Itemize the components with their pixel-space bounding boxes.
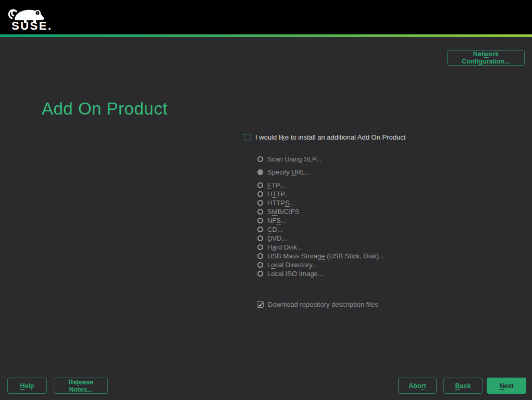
back-button[interactable]: Back xyxy=(443,378,482,394)
radio-option-local-directory[interactable]: Local Directory... xyxy=(257,260,385,269)
radio-icon xyxy=(257,227,263,232)
addon-enable-row: I would like to install an additional Ad… xyxy=(244,133,405,141)
suse-logo: SUSE. xyxy=(7,3,54,33)
release-notes-button[interactable]: Release Notes... xyxy=(54,378,108,394)
header-accent-bar xyxy=(0,34,532,37)
radio-icon xyxy=(257,262,263,268)
radio-option-hard-disk[interactable]: Hard Disk... xyxy=(257,243,385,252)
media-type-radio-group: Scan Using SLP... Specify URL... FTP... … xyxy=(257,155,385,278)
addon-enable-checkbox[interactable] xyxy=(244,134,251,141)
radio-icon xyxy=(257,244,263,250)
abort-button[interactable]: Abort xyxy=(398,378,437,394)
radio-option-dvd[interactable]: DVD... xyxy=(257,234,385,243)
page-title: Add On Product xyxy=(42,99,168,119)
help-button[interactable]: Help xyxy=(7,378,47,394)
radio-option-specify-url[interactable]: Specify URL... xyxy=(257,168,385,177)
network-configuration-button[interactable]: Network Configuration... xyxy=(447,50,525,66)
radio-icon xyxy=(257,271,263,277)
radio-selected-icon xyxy=(257,169,263,175)
radio-option-https[interactable]: HTTPS... xyxy=(257,198,385,207)
next-button[interactable]: Next xyxy=(487,378,526,394)
radio-icon xyxy=(257,253,263,259)
radio-icon xyxy=(257,156,263,162)
radio-option-ftp[interactable]: FTP... xyxy=(257,181,385,190)
installer-window: SUSE. Network Configuration... Add On Pr… xyxy=(0,0,532,400)
radio-option-cd[interactable]: CD... xyxy=(257,225,385,234)
radio-icon xyxy=(257,200,263,206)
radio-option-usb-mass-storage[interactable]: USB Mass Storage (USB Stick, Disk)... xyxy=(257,252,385,260)
radio-icon xyxy=(257,182,263,188)
radio-option-local-iso-image[interactable]: Local ISO Image... xyxy=(257,269,385,278)
download-descriptions-checkbox[interactable] xyxy=(257,301,264,308)
radio-icon xyxy=(257,191,263,197)
download-descriptions-label: Download repository description files xyxy=(268,301,378,308)
radio-icon xyxy=(257,218,263,223)
radio-option-http[interactable]: HTTP... xyxy=(257,190,385,198)
radio-icon xyxy=(257,235,263,241)
radio-option-scan-slp[interactable]: Scan Using SLP... xyxy=(257,155,385,164)
addon-enable-label: I would like to install an additional Ad… xyxy=(255,133,405,141)
radio-option-nfs[interactable]: NFS... xyxy=(257,216,385,225)
radio-icon xyxy=(257,209,263,215)
radio-option-smb-cifs[interactable]: SMB/CIFS xyxy=(257,207,385,216)
header-bar: SUSE. xyxy=(0,0,532,34)
checkmark-icon xyxy=(258,302,263,307)
download-descriptions-row: Download repository description files xyxy=(257,301,378,308)
suse-wordmark: SUSE. xyxy=(11,19,53,33)
